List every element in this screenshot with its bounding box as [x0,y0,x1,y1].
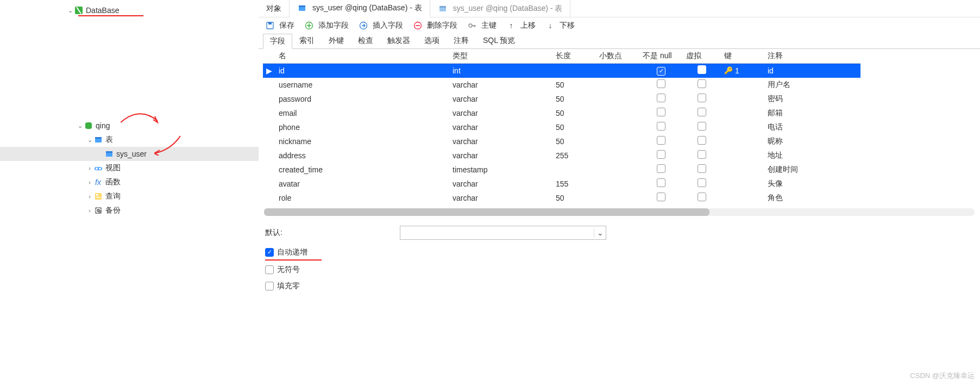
notnull-checkbox[interactable] [657,94,665,102]
cell-decimal[interactable] [596,64,639,78]
chevron-down-icon[interactable]: ⌄ [594,228,606,237]
cell-comment[interactable]: 用户名 [764,78,860,92]
save-button[interactable]: 保存 [265,21,294,30]
cell-virtual[interactable] [683,191,721,205]
table-row[interactable]: created_timetimestamp创建时间 [263,163,860,177]
cell-type[interactable]: varchar [449,177,552,191]
table-row[interactable]: usernamevarchar50用户名 [263,78,860,92]
cell-key[interactable] [721,78,764,92]
cell-virtual[interactable] [683,64,721,78]
cell-comment[interactable]: 角色 [764,191,860,205]
cell-comment[interactable]: 创建时间 [764,163,860,177]
cell-name[interactable]: avatar [275,177,449,191]
col-type[interactable]: 类型 [449,49,552,64]
virtual-checkbox[interactable] [698,150,706,159]
table-row[interactable]: nicknamevarchar50昵称 [263,134,860,148]
cell-comment[interactable]: 电话 [764,120,860,134]
cell-decimal[interactable] [596,92,639,106]
tree-views[interactable]: › 视图 [0,161,259,175]
cell-notnull[interactable] [639,106,683,120]
cell-key[interactable] [721,106,764,120]
cell-length[interactable]: 50 [552,78,596,92]
cell-decimal[interactable] [596,163,639,177]
cell-type[interactable]: varchar [449,134,552,148]
cell-type[interactable]: varchar [449,106,552,120]
cell-name[interactable]: password [275,92,449,106]
unsigned-checkbox[interactable] [265,265,274,274]
cell-decimal[interactable] [596,120,639,134]
cell-decimal[interactable] [596,78,639,92]
cell-virtual[interactable] [683,177,721,191]
col-length[interactable]: 长度 [552,49,596,64]
cell-virtual[interactable] [683,78,721,92]
col-comment[interactable]: 注释 [764,49,860,64]
cell-virtual[interactable] [683,106,721,120]
virtual-checkbox[interactable] [698,178,706,187]
add-field-button[interactable]: 添加字段 [304,21,349,30]
scrollbar-thumb[interactable] [264,208,709,216]
cell-type[interactable]: varchar [449,92,552,106]
cell-comment[interactable]: 地址 [764,148,860,163]
cell-virtual[interactable] [683,92,721,106]
virtual-checkbox[interactable] [698,193,706,201]
cell-type[interactable]: varchar [449,191,552,205]
virtual-checkbox[interactable] [698,136,706,145]
tab-designer-inactive[interactable]: sys_user @qing (DataBase) - 表 [430,0,571,17]
cell-type[interactable]: timestamp [449,163,552,177]
virtual-checkbox[interactable] [698,65,706,74]
virtual-checkbox[interactable] [698,164,706,173]
table-row[interactable]: rolevarchar50角色 [263,191,860,205]
cell-decimal[interactable] [596,106,639,120]
tree-queries[interactable]: › 查询 [0,189,259,203]
cell-length[interactable]: 50 [552,120,596,134]
cell-comment[interactable]: 头像 [764,177,860,191]
cell-comment[interactable]: 密码 [764,92,860,106]
cell-decimal[interactable] [596,191,639,205]
cell-name[interactable]: id [275,64,449,78]
primary-key-button[interactable]: 主键 [467,21,497,30]
notnull-checkbox[interactable] [657,136,665,145]
cell-type[interactable]: varchar [449,148,552,163]
virtual-checkbox[interactable] [698,94,706,102]
cell-key[interactable] [721,134,764,148]
cell-notnull[interactable] [639,92,683,106]
zerofill-row[interactable]: 填充零 [265,281,973,291]
cell-length[interactable] [552,163,596,177]
cell-virtual[interactable] [683,134,721,148]
tab-designer-active[interactable]: sys_user @qing (DataBase) - 表 [290,0,430,17]
virtual-checkbox[interactable] [698,122,706,131]
table-row[interactable]: ▶idint🔑1id [263,64,860,78]
table-row[interactable]: avatarvarchar155头像 [263,177,860,191]
cell-notnull[interactable] [639,191,683,205]
notnull-checkbox[interactable] [657,164,665,173]
cell-comment[interactable]: 昵称 [764,134,860,148]
subtab-comments[interactable]: 注释 [447,33,476,48]
cell-type[interactable]: varchar [449,78,552,92]
col-key[interactable]: 键 [721,49,764,64]
cell-virtual[interactable] [683,120,721,134]
notnull-checkbox[interactable] [657,67,665,76]
subtab-fields[interactable]: 字段 [263,34,292,49]
cell-notnull[interactable] [639,120,683,134]
notnull-checkbox[interactable] [657,150,665,159]
subtab-indexes[interactable]: 索引 [292,33,322,48]
notnull-checkbox[interactable] [657,108,665,116]
default-combobox[interactable]: ⌄ [400,226,606,240]
subtab-fks[interactable]: 外键 [322,33,351,48]
cell-name[interactable]: nickname [275,134,449,148]
table-row[interactable]: emailvarchar50邮箱 [263,106,860,120]
notnull-checkbox[interactable] [657,193,665,201]
tree-functions[interactable]: › fx 函数 [0,175,259,189]
tree-backups[interactable]: › 备份 [0,203,259,218]
cell-notnull[interactable] [639,134,683,148]
cell-virtual[interactable] [683,163,721,177]
cell-notnull[interactable] [639,177,683,191]
tab-objects[interactable]: 对象 [259,0,290,17]
notnull-checkbox[interactable] [657,178,665,187]
unsigned-row[interactable]: 无符号 [265,265,973,275]
cell-length[interactable]: 50 [552,106,596,120]
cell-name[interactable]: created_time [275,163,449,177]
cell-key[interactable] [721,191,764,205]
cell-key[interactable] [721,148,764,163]
cell-notnull[interactable] [639,148,683,163]
